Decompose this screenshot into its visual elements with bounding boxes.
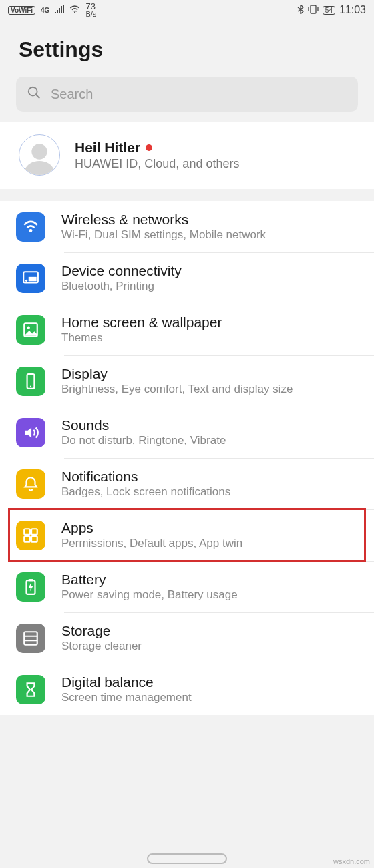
item-text: Battery Power saving mode, Battery usage <box>61 572 361 602</box>
item-title: Device connectivity <box>61 263 361 279</box>
header: Settings <box>0 20 374 77</box>
item-text: Apps Permissions, Default apps, App twin <box>61 520 361 550</box>
item-subtitle: Themes <box>61 331 361 345</box>
search-box[interactable] <box>16 77 358 112</box>
svg-point-3 <box>31 144 47 159</box>
settings-item-device-connectivity[interactable]: Device connectivity Bluetooth, Printing <box>0 252 374 304</box>
account-text: Heil Hitler HUAWEI ID, Cloud, and others <box>75 140 239 171</box>
item-title: Notifications <box>61 469 361 485</box>
item-subtitle: Screen time management <box>61 691 361 704</box>
vowifi-badge: VoWiFi <box>8 6 35 15</box>
svg-point-2 <box>29 87 37 96</box>
settings-item-digital-balance[interactable]: Digital balance Screen time management <box>0 664 374 715</box>
status-right: 54 11:03 <box>297 4 366 16</box>
item-subtitle: Badges, Lock screen notifications <box>61 485 361 499</box>
notification-dot-icon <box>146 144 152 151</box>
status-left: VoWiFi 4G 73B/s <box>8 2 96 18</box>
network-icon: 4G <box>41 7 49 14</box>
battery-icon <box>16 572 45 602</box>
hourglass-icon <box>16 675 45 704</box>
item-title: Sounds <box>61 417 361 433</box>
watermark: wsxdn.com <box>333 857 370 865</box>
sound-icon <box>16 418 45 447</box>
image-icon <box>16 315 45 345</box>
account-subtitle: HUAWEI ID, Cloud, and others <box>75 157 239 171</box>
item-text: Wireless & networks Wi-Fi, Dual SIM sett… <box>61 212 361 242</box>
settings-item-sounds[interactable]: Sounds Do not disturb, Ringtone, Vibrate <box>0 407 374 458</box>
phone-icon <box>16 367 45 396</box>
item-subtitle: Bluetooth, Printing <box>61 280 361 293</box>
nav-handle[interactable] <box>147 853 227 864</box>
item-text: Storage Storage cleaner <box>61 623 361 653</box>
wifi-status-icon <box>69 5 80 15</box>
settings-item-home-screen-wallpaper[interactable]: Home screen & wallpaper Themes <box>0 304 374 355</box>
item-subtitle: Do not disturb, Ringtone, Vibrate <box>61 434 361 447</box>
item-title: Storage <box>61 623 361 639</box>
battery-indicator: 54 <box>323 6 335 15</box>
settings-item-display[interactable]: Display Brightness, Eye comfort, Text an… <box>0 355 374 407</box>
item-subtitle: Permissions, Default apps, App twin <box>61 537 361 550</box>
storage-icon <box>16 624 45 653</box>
item-subtitle: Storage cleaner <box>61 640 361 653</box>
item-title: Apps <box>61 520 361 536</box>
item-title: Wireless & networks <box>61 212 361 228</box>
settings-item-wireless-networks[interactable]: Wireless & networks Wi-Fi, Dual SIM sett… <box>0 201 374 252</box>
settings-item-battery[interactable]: Battery Power saving mode, Battery usage <box>0 561 374 612</box>
settings-item-apps[interactable]: Apps Permissions, Default apps, App twin <box>0 509 374 561</box>
item-subtitle: Brightness, Eye comfort, Text and displa… <box>61 383 361 396</box>
bell-icon <box>16 469 45 499</box>
signal-icon <box>55 5 64 15</box>
item-title: Battery <box>61 572 361 588</box>
item-title: Display <box>61 366 361 382</box>
settings-list: Wireless & networks Wi-Fi, Dual SIM sett… <box>0 201 374 715</box>
settings-item-notifications[interactable]: Notifications Badges, Lock screen notifi… <box>0 458 374 509</box>
item-subtitle: Wi-Fi, Dual SIM settings, Mobile network <box>61 228 361 242</box>
account-row[interactable]: Heil Hitler HUAWEI ID, Cloud, and others <box>0 122 374 189</box>
item-text: Notifications Badges, Lock screen notifi… <box>61 469 361 499</box>
item-subtitle: Power saving mode, Battery usage <box>61 588 361 602</box>
item-title: Home screen & wallpaper <box>61 314 361 331</box>
status-bar: VoWiFi 4G 73B/s 54 11:03 <box>0 0 374 20</box>
vibrate-icon <box>308 5 319 16</box>
search-icon <box>27 85 41 103</box>
apps-icon <box>16 521 45 550</box>
svg-rect-1 <box>311 5 316 13</box>
account-name: Heil Hitler <box>75 140 140 156</box>
cast-icon <box>16 264 45 293</box>
svg-point-0 <box>74 11 75 13</box>
section-divider <box>0 189 374 201</box>
data-speed: 73B/s <box>85 2 96 18</box>
item-text: Device connectivity Bluetooth, Printing <box>61 263 361 293</box>
item-text: Digital balance Screen time management <box>61 674 361 704</box>
bluetooth-icon <box>297 5 304 16</box>
clock: 11:03 <box>339 4 366 16</box>
search-input[interactable] <box>51 87 347 102</box>
page-title: Settings <box>19 37 355 62</box>
wifi-icon <box>16 212 45 242</box>
item-title: Digital balance <box>61 674 361 690</box>
item-text: Sounds Do not disturb, Ringtone, Vibrate <box>61 417 361 447</box>
item-text: Display Brightness, Eye comfort, Text an… <box>61 366 361 396</box>
avatar <box>19 134 60 176</box>
item-text: Home screen & wallpaper Themes <box>61 314 361 345</box>
settings-item-storage[interactable]: Storage Storage cleaner <box>0 612 374 664</box>
